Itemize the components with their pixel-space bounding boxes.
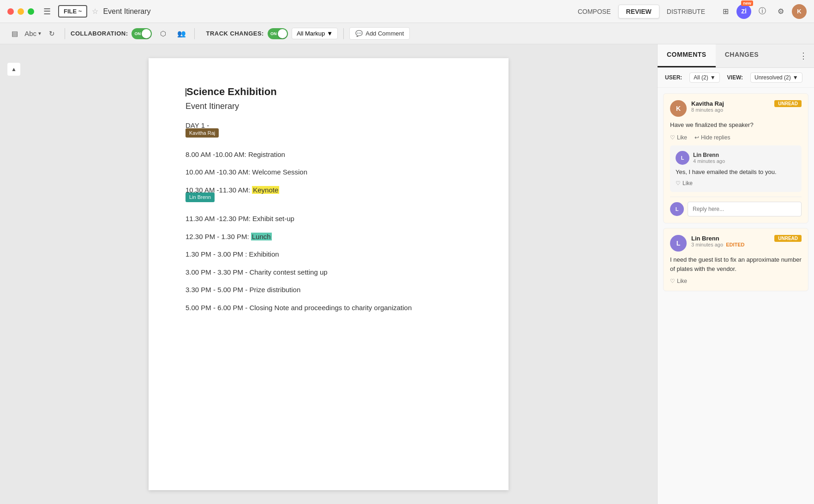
minimize-button[interactable] <box>18 8 24 15</box>
comment-header-1: K Kavitha Raj 8 minutes ago UNREAD <box>670 100 802 117</box>
maximize-button[interactable] <box>28 8 34 15</box>
add-comment-label: Add Comment <box>365 30 404 37</box>
user-filter-label: USER: <box>665 74 682 81</box>
highlight-lunch: Lunch <box>251 233 272 240</box>
comment-card-2: L Lin Brenn 3 minutes ago EDITED UNREAD … <box>663 228 808 291</box>
panel-menu-icon[interactable]: ⋮ <box>793 44 814 67</box>
comment-actions-2: ♡ Like <box>670 278 802 284</box>
separator-1 <box>65 28 65 39</box>
doc-line-9: 5.00 PM - 6.00 PM - Closing Note and pro… <box>186 303 472 313</box>
comments-list: K Kavitha Raj 8 minutes ago UNREAD Have … <box>658 88 814 504</box>
reply-icon: ↩ <box>694 134 699 141</box>
doc-line-8: 3.30 PM - 5.00 PM - Prize distribution <box>186 285 472 295</box>
menu-icon[interactable]: ☰ <box>43 6 51 17</box>
spellcheck-icon[interactable]: Abc ▼ <box>26 26 41 41</box>
share-icon[interactable]: ⬡ <box>156 26 170 41</box>
comment-actions-1: ♡ Like ↩ Hide replies <box>670 134 802 141</box>
track-changes-section: TRACK CHANGES: ON <box>206 28 287 39</box>
collab-on-label: ON <box>134 31 141 36</box>
comment-avatar-kavitha: K <box>670 100 687 117</box>
separator-2 <box>194 28 195 39</box>
reply-header-1: L Lin Brenn 4 minutes ago <box>676 151 796 165</box>
users-icon[interactable]: 👥 <box>174 26 189 41</box>
reply-like-action[interactable]: ♡ Like <box>676 180 796 186</box>
comment-card-1: K Kavitha Raj 8 minutes ago UNREAD Have … <box>663 93 808 223</box>
edited-label: EDITED <box>726 242 744 247</box>
view-filter-value[interactable]: Unresolved (2) ▼ <box>750 72 802 83</box>
track-toggle-knob <box>278 29 287 38</box>
comment-time-2: 3 minutes ago EDITED <box>691 242 770 247</box>
reply-username-1: Lin Brenn <box>693 152 725 158</box>
reply-text-1: Yes, I have emailed the details to you. <box>676 168 796 177</box>
tab-changes[interactable]: CHANGES <box>716 44 768 67</box>
like-action-2[interactable]: ♡ Like <box>670 278 687 284</box>
compose-button[interactable]: COMPOSE <box>570 5 618 18</box>
main-layout: ▲ Science Exhibition Event Itinerary DAY… <box>0 44 814 504</box>
titlebar: ☰ FILE ~ ☆ Event Itinerary COMPOSE REVIE… <box>0 0 814 23</box>
reply-input-field[interactable] <box>688 202 802 216</box>
favorite-icon[interactable]: ☆ <box>92 7 98 16</box>
like-label-2: Like <box>677 278 687 284</box>
comment-username-2: Lin Brenn <box>691 235 770 242</box>
doc-subtitle: Event Itinerary <box>186 102 472 111</box>
markup-dropdown[interactable]: All Markup ▼ <box>292 28 338 39</box>
cursor <box>186 88 186 96</box>
add-comment-button[interactable]: 💬 Add Comment <box>349 27 410 40</box>
comment-text-2: I need the guest list to fix an approxim… <box>670 255 802 273</box>
toolbar: ▤ Abc ▼ ↻ COLLABORATION: ON ⬡ 👥 TRACK CH… <box>0 23 814 44</box>
doc-line-4: Lin Brenn 11.30 AM -12.30 PM: Exhibit se… <box>186 203 472 224</box>
reply-input-area-1: L <box>670 197 802 216</box>
toolbar-right: ⊞ Zİ ⓘ ⚙ K <box>718 4 807 19</box>
user-avatar[interactable]: K <box>792 4 807 19</box>
markup-chevron: ▼ <box>327 30 333 37</box>
doc-line-1: Kavitha Raj 8.00 AM -10.00 AM: Registrat… <box>186 138 472 160</box>
distribute-button[interactable]: DISTRIBUTE <box>659 5 712 18</box>
hide-replies-action[interactable]: ↩ Hide replies <box>694 134 730 141</box>
track-changes-toggle[interactable]: ON <box>268 28 288 39</box>
reply-1: L Lin Brenn 4 minutes ago Yes, I have em… <box>670 145 802 192</box>
like-icon-1: ♡ <box>670 134 675 141</box>
like-label-1: Like <box>677 134 687 141</box>
reply-avatar-lin: L <box>676 151 689 165</box>
like-action-1[interactable]: ♡ Like <box>670 134 687 141</box>
reply-like-label: Like <box>682 180 693 186</box>
user-filter-value[interactable]: All (2) ▼ <box>689 72 719 83</box>
file-button[interactable]: FILE ~ <box>58 5 87 18</box>
close-button[interactable] <box>7 8 14 15</box>
doc-line-day: DAY 1 - <box>186 120 472 131</box>
tab-comments[interactable]: COMMENTS <box>658 44 716 67</box>
collaboration-toggle[interactable]: ON <box>132 28 152 39</box>
document-title: Event Itinerary <box>103 7 150 16</box>
view-icon[interactable]: ⊞ <box>718 4 733 19</box>
panel-filter: USER: All (2) ▼ VIEW: Unresolved (2) ▼ <box>658 68 814 88</box>
comment-icon: 💬 <box>355 30 363 37</box>
traffic-lights <box>7 8 34 15</box>
comment-time-1: 8 minutes ago <box>691 107 770 113</box>
markup-label: All Markup <box>297 30 325 37</box>
info-icon[interactable]: ⓘ <box>755 4 770 19</box>
unread-badge-2: UNREAD <box>774 235 802 242</box>
layout-icon[interactable]: ▤ <box>7 26 22 41</box>
comment-avatar-lin-2: L <box>670 235 687 252</box>
separator-3 <box>343 28 344 39</box>
reply-like-icon: ♡ <box>676 180 681 186</box>
review-button[interactable]: REVIEW <box>618 5 659 18</box>
comment-text-1: Have we finalized the speaker? <box>670 120 802 130</box>
settings-icon[interactable]: ⚙ <box>773 4 788 19</box>
track-on-label: ON <box>270 31 277 36</box>
unread-badge-1: UNREAD <box>774 100 802 107</box>
doc-line-7: 3.00 PM - 3.30 PM - Charity contest sett… <box>186 267 472 278</box>
file-label: FILE ~ <box>64 8 82 15</box>
comment-user-info-2: Lin Brenn 3 minutes ago EDITED <box>691 235 770 247</box>
panel-tabs: COMMENTS CHANGES ⋮ <box>658 44 814 68</box>
comment-header-2: L Lin Brenn 3 minutes ago EDITED UNREAD <box>670 235 802 252</box>
reply-time-1: 4 minutes ago <box>693 158 725 164</box>
like-icon-2: ♡ <box>670 278 675 284</box>
ai-icon[interactable]: Zİ <box>736 4 751 19</box>
scroll-up-icon[interactable]: ▲ <box>7 63 20 76</box>
review-history-icon[interactable]: ↻ <box>44 26 59 41</box>
collaboration-label: COLLABORATION: <box>71 30 128 37</box>
highlight-keynote: Keynote <box>252 186 279 194</box>
comment-username-1: Kavitha Raj <box>691 100 770 107</box>
doc-main-title: Science Exhibition <box>186 86 472 98</box>
